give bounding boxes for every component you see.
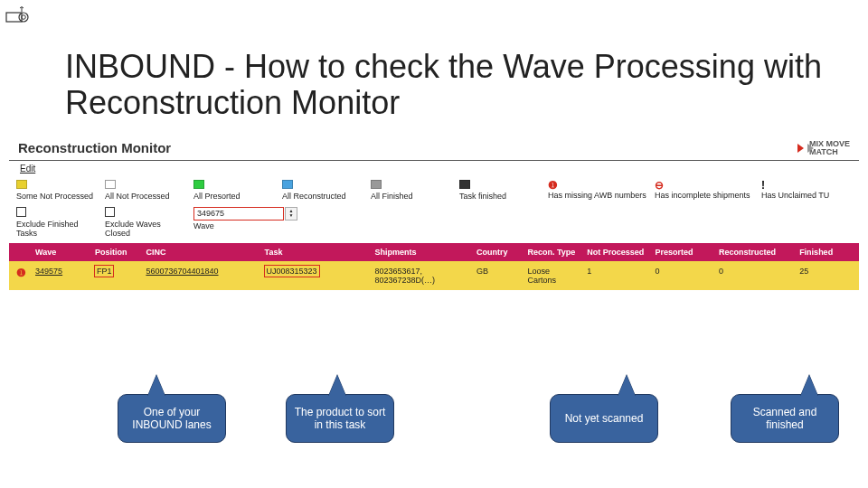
callout-finished: Scanned and finished — [731, 394, 839, 443]
menu-edit[interactable]: Edit — [9, 161, 859, 176]
col-finished[interactable]: Finished — [796, 248, 855, 257]
checkbox-icon[interactable] — [16, 207, 26, 217]
cell-presorted: 0 — [651, 267, 715, 276]
col-country[interactable]: Country — [473, 248, 524, 257]
cell-position: FP1 — [91, 267, 143, 276]
col-cinc[interactable]: CINC — [142, 248, 260, 257]
col-position[interactable]: Position — [91, 248, 143, 257]
row-warning-icon: ❶ — [16, 267, 26, 279]
col-recon-type[interactable]: Recon. Type — [524, 248, 583, 257]
cell-cinc[interactable]: 5600736704401840 — [142, 267, 260, 276]
filter-wave: 349675 ▲▼ Wave — [193, 207, 311, 238]
col-wave[interactable]: Wave — [32, 248, 91, 257]
cell-recon-type: Loose Cartons — [524, 267, 583, 285]
app-titlebar: Reconstruction Monitor MIX MOVEMATCH — [9, 136, 859, 161]
col-reconstructed[interactable]: Reconstructed — [715, 248, 796, 257]
col-not-processed[interactable]: Not Processed — [583, 248, 651, 257]
legend-all-reconstructed: All Reconstructed — [282, 180, 363, 202]
slide-title: INBOUND - How to check the Wave Processi… — [65, 49, 832, 120]
callout-inbound-lanes: One of your INBOUND lanes — [118, 394, 226, 443]
table-header: Wave Position CINC Task Shipments Countr… — [9, 243, 859, 261]
col-shipments[interactable]: Shipments — [371, 248, 473, 257]
legend-some-not-processed: Some Not Processed — [16, 180, 98, 202]
legend-row: Some Not Processed All Not Processed All… — [9, 176, 859, 205]
cell-country: GB — [473, 267, 524, 276]
legend-task-finished: Task finished — [459, 180, 541, 202]
wave-value: 349675 — [197, 210, 224, 218]
cell-wave[interactable]: 349575 — [32, 267, 91, 276]
app-name: Reconstruction Monitor — [18, 140, 171, 155]
legend-all-finished: All Finished — [371, 180, 452, 202]
cell-task[interactable]: UJ008315323 — [261, 267, 372, 276]
callout-product: The product to sort in this task — [286, 394, 394, 443]
filter-exclude-closed[interactable]: Exclude Waves Closed — [105, 207, 186, 238]
legend-unclaimed-tu: !Has Unclaimed TU — [761, 180, 843, 202]
cell-not-processed: 1 — [583, 267, 651, 276]
col-presorted[interactable]: Presorted — [651, 248, 715, 257]
cell-reconstructed: 0 — [715, 267, 796, 276]
callout-not-scanned: Not yet scanned — [550, 394, 658, 443]
svg-point-1 — [19, 13, 28, 22]
brand-text: MIX MOVEMATCH — [809, 140, 850, 155]
projector-icon — [5, 5, 29, 28]
legend-all-not-processed: All Not Processed — [105, 180, 186, 202]
filter-exclude-finished[interactable]: Exclude Finished Tasks — [16, 207, 98, 238]
legend-missing-awb: ❶Has missing AWB numbers — [548, 180, 647, 202]
app-screenshot: Reconstruction Monitor MIX MOVEMATCH Edi… — [9, 136, 859, 290]
legend-incomplete: ⊖Has incomplete shipments — [655, 180, 754, 202]
results-table: Wave Position CINC Task Shipments Countr… — [9, 243, 859, 290]
brand-logo-icon — [797, 144, 804, 153]
legend-all-presorted: All Presorted — [193, 180, 275, 202]
wave-label: Wave — [193, 221, 214, 230]
stepper-icon[interactable]: ▲▼ — [285, 207, 297, 221]
filter-row: Exclude Finished Tasks Exclude Waves Clo… — [9, 205, 859, 243]
checkbox-icon[interactable] — [105, 207, 115, 217]
table-row[interactable]: ❶ 349575 FP1 5600736704401840 UJ00831532… — [9, 261, 859, 290]
cell-finished: 25 — [796, 267, 855, 276]
cell-shipments: 8023653617, 802367238D(…) — [371, 267, 473, 285]
brand: MIX MOVEMATCH — [797, 140, 850, 155]
col-task[interactable]: Task — [261, 248, 372, 257]
wave-selector[interactable]: 349675 ▲▼ — [193, 207, 284, 221]
